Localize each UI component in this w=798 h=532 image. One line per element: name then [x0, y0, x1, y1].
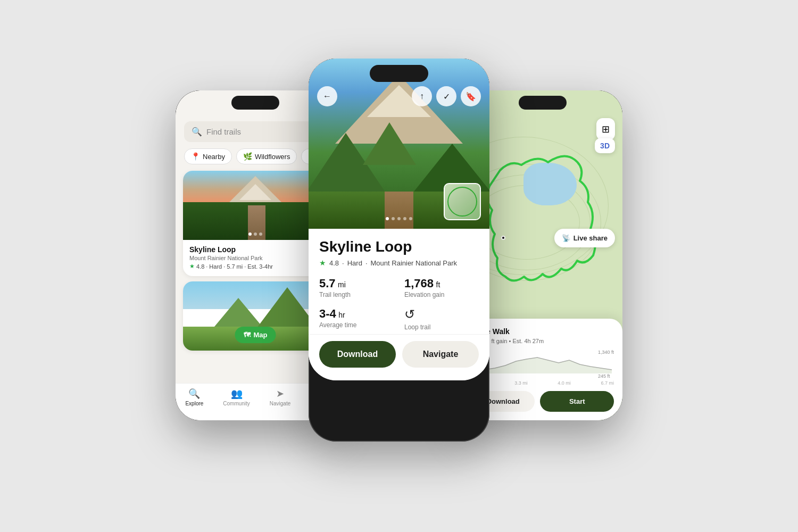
- x-label-4: 6.7 mi: [601, 380, 614, 386]
- back-button[interactable]: ←: [317, 86, 337, 106]
- navigate-button-center[interactable]: Navigate: [402, 341, 479, 368]
- hero-map-thumbnail[interactable]: [444, 183, 481, 220]
- distance-1: 5.7 mi: [227, 263, 243, 270]
- hero-dot-4: [403, 217, 406, 220]
- hero-trail-path: [385, 192, 413, 229]
- filter-chip-wildflowers[interactable]: 🌿 Wildflowers: [236, 148, 297, 164]
- elevation-x-labels: 1.6 mi 3.3 mi 4.0 mi 6.7 mi: [471, 380, 614, 386]
- elevation-svg: [471, 350, 614, 373]
- trail-title: Skyline Loop: [319, 238, 479, 255]
- center-screen: ← ↑ ✓ 🔖: [309, 59, 489, 380]
- wildflowers-icon: 🌿: [243, 152, 252, 161]
- action-buttons: Download Navigate: [309, 334, 489, 380]
- navigate-nav-icon: ➤: [276, 388, 284, 400]
- explore-nav-label: Explore: [185, 401, 203, 406]
- center-rating: 4.8: [329, 259, 339, 267]
- nearby-icon: 📍: [191, 152, 200, 161]
- right-action-buttons: Download Start: [471, 391, 614, 412]
- map-3d-button[interactable]: 3D: [595, 138, 615, 153]
- loop-icon: ↺: [404, 307, 479, 322]
- search-bar-left[interactable]: 🔍 Find trails: [184, 121, 327, 142]
- elevation-chart: 1,340 ft 245 ft: [471, 350, 614, 379]
- verify-button[interactable]: ✓: [436, 86, 456, 106]
- elevation-value: 1,768: [404, 277, 434, 290]
- verify-icon: ✓: [443, 92, 450, 102]
- search-icon: 🔍: [192, 127, 202, 137]
- download-button-center[interactable]: Download: [319, 341, 396, 368]
- filter-chip-nearby[interactable]: 📍 Nearby: [184, 148, 232, 164]
- trail-subtitle: ★ 4.8 · Hard · Mount Rainier National Pa…: [319, 259, 479, 267]
- trail-route-path: [487, 156, 595, 281]
- live-share-button[interactable]: 📡 Live share: [554, 229, 615, 247]
- hero-right-buttons: ↑ ✓ 🔖: [412, 86, 481, 106]
- time-unit: hr: [338, 311, 345, 319]
- separator-2: ·: [223, 263, 225, 270]
- mountain-scene-1: [183, 171, 328, 240]
- start-button-right[interactable]: Start: [540, 391, 614, 412]
- trail-card-image-1: [183, 171, 328, 240]
- trail-hero: ← ↑ ✓ 🔖: [309, 59, 489, 229]
- est-time-1: Est. 3-4hr: [247, 263, 273, 270]
- time-value: 3-4: [319, 307, 336, 320]
- stat-elevation-value: 1,768 ft: [404, 277, 479, 290]
- elev-fill: [473, 358, 612, 373]
- hero-dot-2: [392, 217, 395, 220]
- trail-park-1: Mount Rainier National Park: [189, 255, 321, 261]
- nearby-label: Nearby: [203, 153, 225, 161]
- trail-card-1[interactable]: Skyline Loop Mount Rainier National Park…: [183, 171, 328, 276]
- stat-distance-value: 5.7 mi: [319, 277, 394, 290]
- layers-icon: ⊞: [602, 124, 610, 135]
- distance-value: 5.7: [319, 277, 336, 290]
- nav-community[interactable]: 👥 Community: [223, 388, 250, 406]
- rating-1: 4.8: [196, 263, 204, 270]
- x-label-2: 3.3 mi: [514, 380, 528, 386]
- map-button[interactable]: 🗺 Map: [235, 327, 276, 343]
- hero-mountain-mid: [363, 122, 416, 165]
- community-nav-label: Community: [223, 401, 250, 406]
- stat-loop: ↺ Loop trail: [404, 307, 479, 331]
- center-park: Mount Rainier National Park: [371, 259, 458, 267]
- bookmark-button[interactable]: 🔖: [461, 86, 481, 106]
- nav-navigate[interactable]: ➤ Navigate: [270, 388, 290, 406]
- map-thumb-trail-outline: [447, 187, 477, 217]
- map-layers-button[interactable]: ⊞: [596, 118, 615, 140]
- community-nav-icon: 👥: [231, 388, 243, 400]
- trail-card-image-2: 🔖 🗺 Map: [183, 281, 328, 351]
- hero-dot-1: [386, 217, 389, 220]
- stat-time-value: 3-4 hr: [319, 307, 394, 321]
- elev-high: 1,340 ft: [598, 350, 614, 355]
- separator-1: ·: [206, 263, 207, 270]
- center-separator-1: ·: [342, 259, 344, 267]
- loop-label: Loop trail: [404, 323, 479, 331]
- stat-distance: 5.7 mi Trail length: [319, 277, 394, 298]
- dot-3: [259, 232, 262, 236]
- dynamic-island-left: [231, 96, 279, 110]
- map-btn-icon: 🗺: [244, 331, 251, 339]
- nav-explore[interactable]: 🔍 Explore: [185, 388, 203, 406]
- time-label: Average time: [319, 321, 394, 329]
- back-icon: ←: [323, 92, 331, 101]
- elevation-labels: 1,340 ft 245 ft: [598, 350, 614, 379]
- live-share-label: Live share: [573, 234, 608, 242]
- stat-elevation: 1,768 ft Elevation gain: [404, 277, 479, 298]
- dot-1: [248, 232, 252, 236]
- share-icon: ↑: [420, 92, 424, 101]
- hero-overlay-buttons: ← ↑ ✓ 🔖: [309, 86, 489, 106]
- dynamic-island-right: [519, 96, 567, 110]
- x-label-3: 4.0 mi: [558, 380, 571, 386]
- dot-2: [254, 232, 257, 236]
- lakeside-trail-name: eside Walk: [471, 327, 614, 336]
- difficulty-1: Hard: [209, 263, 222, 270]
- search-input-left[interactable]: Find trails: [206, 127, 241, 136]
- stat-time: 3-4 hr Average time: [319, 307, 394, 331]
- navigate-nav-label: Navigate: [270, 401, 290, 406]
- map-thumb-bg: [445, 184, 480, 219]
- share-button[interactable]: ↑: [412, 86, 432, 106]
- center-separator-2: ·: [365, 259, 368, 267]
- wildflowers-label: Wildflowers: [255, 153, 290, 161]
- elevation-label: Elevation gain: [404, 291, 479, 298]
- trail-card-info-1: Skyline Loop Mount Rainier National Park…: [183, 240, 328, 276]
- image-dots-1: [248, 232, 262, 236]
- trail-card-2[interactable]: 🔖 🗺 Map: [183, 281, 328, 351]
- explore-nav-icon: 🔍: [188, 388, 200, 400]
